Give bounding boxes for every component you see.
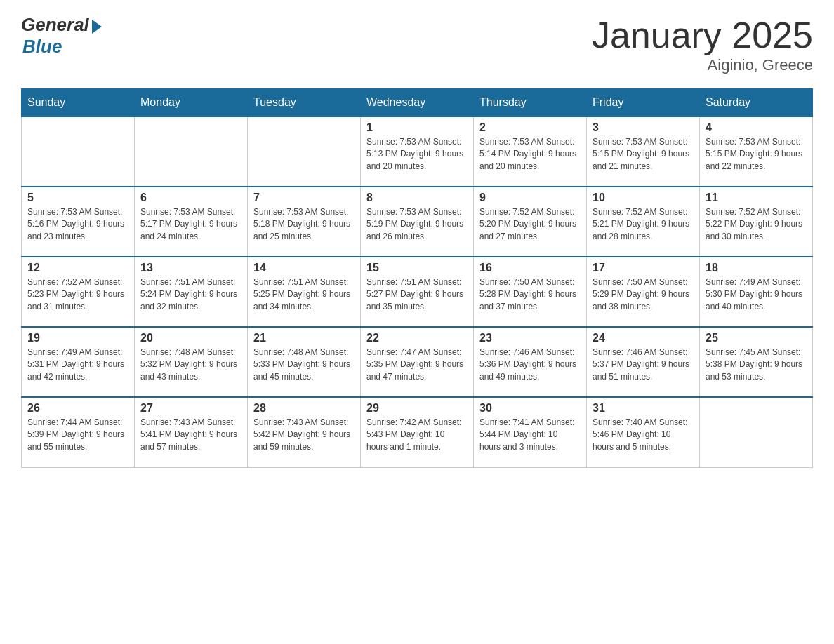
day-header-sunday: Sunday <box>22 89 135 117</box>
calendar-cell: 9Sunrise: 7:52 AM Sunset: 5:20 PM Daylig… <box>474 187 587 257</box>
day-number: 5 <box>27 192 128 204</box>
day-number: 25 <box>706 332 807 344</box>
calendar-cell: 23Sunrise: 7:46 AM Sunset: 5:36 PM Dayli… <box>474 327 587 397</box>
day-number: 30 <box>479 402 581 415</box>
calendar-cell: 16Sunrise: 7:50 AM Sunset: 5:28 PM Dayli… <box>474 257 587 327</box>
day-info: Sunrise: 7:51 AM Sunset: 5:25 PM Dayligh… <box>253 276 355 313</box>
calendar-cell: 25Sunrise: 7:45 AM Sunset: 5:38 PM Dayli… <box>700 327 813 397</box>
calendar-cell: 29Sunrise: 7:42 AM Sunset: 5:43 PM Dayli… <box>361 397 474 467</box>
day-info: Sunrise: 7:40 AM Sunset: 5:46 PM Dayligh… <box>593 417 694 453</box>
logo-arrow-icon <box>92 20 102 34</box>
calendar-cell: 17Sunrise: 7:50 AM Sunset: 5:29 PM Dayli… <box>587 257 700 327</box>
calendar-cell: 24Sunrise: 7:46 AM Sunset: 5:37 PM Dayli… <box>587 327 700 397</box>
calendar-cell <box>700 397 813 467</box>
calendar-cell: 12Sunrise: 7:52 AM Sunset: 5:23 PM Dayli… <box>22 257 135 327</box>
day-number: 22 <box>366 332 468 344</box>
day-header-saturday: Saturday <box>700 89 813 117</box>
day-number: 31 <box>593 402 694 415</box>
day-info: Sunrise: 7:41 AM Sunset: 5:44 PM Dayligh… <box>479 417 581 453</box>
day-number: 16 <box>479 262 581 274</box>
day-info: Sunrise: 7:52 AM Sunset: 5:21 PM Dayligh… <box>593 206 694 243</box>
day-info: Sunrise: 7:49 AM Sunset: 5:31 PM Dayligh… <box>27 347 128 383</box>
day-info: Sunrise: 7:46 AM Sunset: 5:36 PM Dayligh… <box>479 347 581 383</box>
day-info: Sunrise: 7:48 AM Sunset: 5:32 PM Dayligh… <box>140 347 241 383</box>
calendar-cell: 2Sunrise: 7:53 AM Sunset: 5:14 PM Daylig… <box>474 116 587 187</box>
logo-blue-text: Blue <box>22 36 62 58</box>
day-number: 13 <box>140 262 241 274</box>
day-number: 11 <box>706 192 807 204</box>
day-number: 29 <box>366 402 468 415</box>
day-number: 9 <box>479 192 581 204</box>
day-number: 4 <box>706 121 807 134</box>
day-number: 3 <box>593 121 694 134</box>
day-info: Sunrise: 7:53 AM Sunset: 5:13 PM Dayligh… <box>366 136 468 173</box>
day-number: 6 <box>140 192 241 204</box>
day-number: 23 <box>479 332 581 344</box>
calendar-cell: 18Sunrise: 7:49 AM Sunset: 5:30 PM Dayli… <box>700 257 813 327</box>
day-header-thursday: Thursday <box>474 89 587 117</box>
day-info: Sunrise: 7:52 AM Sunset: 5:22 PM Dayligh… <box>706 206 807 243</box>
day-info: Sunrise: 7:45 AM Sunset: 5:38 PM Dayligh… <box>706 347 807 383</box>
calendar-cell: 26Sunrise: 7:44 AM Sunset: 5:39 PM Dayli… <box>22 397 135 467</box>
calendar-cell: 22Sunrise: 7:47 AM Sunset: 5:35 PM Dayli… <box>361 327 474 397</box>
day-info: Sunrise: 7:53 AM Sunset: 5:16 PM Dayligh… <box>27 206 128 243</box>
day-info: Sunrise: 7:50 AM Sunset: 5:29 PM Dayligh… <box>593 276 694 313</box>
day-info: Sunrise: 7:48 AM Sunset: 5:33 PM Dayligh… <box>253 347 355 383</box>
day-number: 19 <box>27 332 128 344</box>
calendar-cell: 1Sunrise: 7:53 AM Sunset: 5:13 PM Daylig… <box>361 116 474 187</box>
day-info: Sunrise: 7:43 AM Sunset: 5:42 PM Dayligh… <box>253 417 355 453</box>
day-number: 17 <box>593 262 694 274</box>
week-row-5: 26Sunrise: 7:44 AM Sunset: 5:39 PM Dayli… <box>22 397 813 467</box>
day-info: Sunrise: 7:53 AM Sunset: 5:15 PM Dayligh… <box>593 136 694 173</box>
calendar-cell: 14Sunrise: 7:51 AM Sunset: 5:25 PM Dayli… <box>248 257 361 327</box>
calendar-cell: 19Sunrise: 7:49 AM Sunset: 5:31 PM Dayli… <box>22 327 135 397</box>
day-number: 10 <box>593 192 694 204</box>
day-number: 8 <box>366 192 468 204</box>
week-row-3: 12Sunrise: 7:52 AM Sunset: 5:23 PM Dayli… <box>22 257 813 327</box>
day-info: Sunrise: 7:42 AM Sunset: 5:43 PM Dayligh… <box>366 417 468 453</box>
day-info: Sunrise: 7:49 AM Sunset: 5:30 PM Dayligh… <box>706 276 807 313</box>
calendar-table: SundayMondayTuesdayWednesdayThursdayFrid… <box>21 88 813 468</box>
day-number: 7 <box>253 192 355 204</box>
day-header-friday: Friday <box>587 89 700 117</box>
location-title: Aiginio, Greece <box>592 56 813 74</box>
page-header: General Blue January 2025 Aiginio, Greec… <box>21 14 813 74</box>
calendar-cell: 31Sunrise: 7:40 AM Sunset: 5:46 PM Dayli… <box>587 397 700 467</box>
day-number: 12 <box>27 262 128 274</box>
day-number: 21 <box>253 332 355 344</box>
calendar-cell: 20Sunrise: 7:48 AM Sunset: 5:32 PM Dayli… <box>135 327 248 397</box>
day-number: 1 <box>366 121 468 134</box>
day-header-wednesday: Wednesday <box>361 89 474 117</box>
day-info: Sunrise: 7:43 AM Sunset: 5:41 PM Dayligh… <box>140 417 241 453</box>
logo: General Blue <box>21 14 102 58</box>
calendar-cell: 10Sunrise: 7:52 AM Sunset: 5:21 PM Dayli… <box>587 187 700 257</box>
day-info: Sunrise: 7:53 AM Sunset: 5:19 PM Dayligh… <box>366 206 468 243</box>
day-info: Sunrise: 7:47 AM Sunset: 5:35 PM Dayligh… <box>366 347 468 383</box>
logo-general-text: General <box>21 14 89 36</box>
day-info: Sunrise: 7:52 AM Sunset: 5:20 PM Dayligh… <box>479 206 581 243</box>
day-info: Sunrise: 7:44 AM Sunset: 5:39 PM Dayligh… <box>27 417 128 453</box>
calendar-cell: 11Sunrise: 7:52 AM Sunset: 5:22 PM Dayli… <box>700 187 813 257</box>
title-section: January 2025 Aiginio, Greece <box>592 14 813 74</box>
day-header-monday: Monday <box>135 89 248 117</box>
day-info: Sunrise: 7:53 AM Sunset: 5:18 PM Dayligh… <box>253 206 355 243</box>
month-title: January 2025 <box>592 14 813 56</box>
day-number: 15 <box>366 262 468 274</box>
day-info: Sunrise: 7:53 AM Sunset: 5:14 PM Dayligh… <box>479 136 581 173</box>
day-info: Sunrise: 7:51 AM Sunset: 5:27 PM Dayligh… <box>366 276 468 313</box>
calendar-cell: 13Sunrise: 7:51 AM Sunset: 5:24 PM Dayli… <box>135 257 248 327</box>
calendar-cell <box>22 116 135 187</box>
calendar-cell: 6Sunrise: 7:53 AM Sunset: 5:17 PM Daylig… <box>135 187 248 257</box>
calendar-cell: 8Sunrise: 7:53 AM Sunset: 5:19 PM Daylig… <box>361 187 474 257</box>
calendar-cell <box>135 116 248 187</box>
calendar-cell: 15Sunrise: 7:51 AM Sunset: 5:27 PM Dayli… <box>361 257 474 327</box>
day-info: Sunrise: 7:53 AM Sunset: 5:17 PM Dayligh… <box>140 206 241 243</box>
day-number: 28 <box>253 402 355 415</box>
day-number: 24 <box>593 332 694 344</box>
day-number: 20 <box>140 332 241 344</box>
day-info: Sunrise: 7:53 AM Sunset: 5:15 PM Dayligh… <box>706 136 807 173</box>
day-number: 14 <box>253 262 355 274</box>
day-number: 27 <box>140 402 241 415</box>
calendar-cell: 21Sunrise: 7:48 AM Sunset: 5:33 PM Dayli… <box>248 327 361 397</box>
day-info: Sunrise: 7:52 AM Sunset: 5:23 PM Dayligh… <box>27 276 128 313</box>
